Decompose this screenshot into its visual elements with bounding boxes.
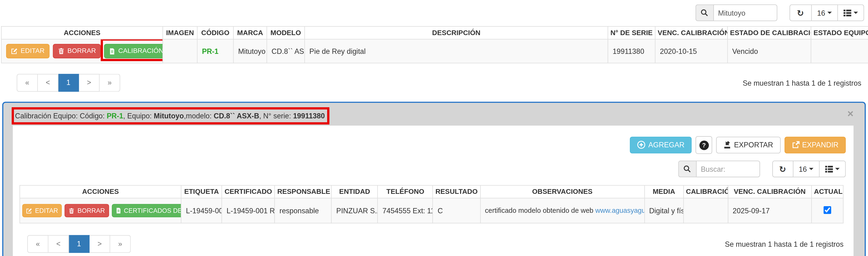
calibrations-table-row: EDITAR BORRAR CERTIFICADOS DE CALIBRACIÓ…: [20, 198, 843, 223]
close-icon[interactable]: ×: [847, 108, 854, 119]
pagination-page-1-button[interactable]: 1: [69, 235, 90, 253]
marca-cell: Mitutoyo: [234, 39, 267, 63]
top-search-input[interactable]: [713, 4, 777, 21]
pagination-next-button[interactable]: >: [90, 235, 110, 253]
calibration-file-icon: [109, 47, 116, 54]
expand-icon: [792, 141, 799, 149]
codigo-cell: PR-1: [197, 39, 233, 63]
venc-calibracion-cell: 2020-10-15: [655, 39, 727, 63]
column-header-responsable: RESPONSABLE: [275, 185, 332, 198]
panel-record-summary: Se muestran 1 hasta 1 de 1 registros: [725, 240, 843, 248]
resultado-cell: C: [433, 198, 480, 223]
telefono-cell: 7454555 Ext: 1143: [378, 198, 433, 223]
calibration-panel-header: Calibración Equipo: Código: PR-1, Equipo…: [3, 103, 865, 125]
equipment-table-header-row: ACCIONES IMAGEN CÓDIGO MARCA MODELO DESC…: [1, 26, 868, 39]
column-header-descripcion: DESCRIPCIÓN: [305, 26, 608, 39]
serie-cell: 19911380: [608, 39, 655, 63]
certificado-cell: L-19459-001 R0: [222, 198, 275, 223]
column-header-media: MEDIA: [645, 185, 683, 198]
columns-dropdown[interactable]: [838, 4, 864, 21]
title-modelo: CD.8`` ASX-B: [214, 112, 259, 120]
column-header-imagen: IMAGEN: [163, 26, 197, 39]
calibration-certificates-button-label: CERTIFICADOS DE CALIBRACIÓN: [124, 207, 181, 215]
equipment-table: ACCIONES IMAGEN CÓDIGO MARCA MODELO DESC…: [1, 26, 868, 63]
equipment-table-row: EDITAR BORRAR CALIBRACIÓN: [1, 39, 868, 63]
page: ↻ 16 ACCIONES IMAGEN CÓDIGO MARCA: [0, 0, 868, 256]
pagination-last-button[interactable]: »: [110, 235, 131, 253]
delete-button[interactable]: BORRAR: [65, 204, 109, 218]
top-pagination: « < 1 > »: [17, 74, 120, 92]
calibration-panel-body: AGREGAR ? EXPORTAR EXPANDIR: [13, 125, 854, 256]
add-button-label: AGREGAR: [648, 141, 684, 150]
search-button[interactable]: [695, 4, 713, 21]
calibration-file-icon: [116, 207, 121, 214]
pagination-next-button[interactable]: >: [79, 74, 100, 92]
imagen-cell: [163, 39, 197, 63]
actual-checkbox[interactable]: [823, 206, 831, 214]
edit-button[interactable]: EDITAR: [22, 204, 62, 218]
pagination-page-1-button[interactable]: 1: [58, 74, 79, 92]
pagination-first-button[interactable]: «: [27, 235, 49, 253]
top-toolbar: ↻ 16: [0, 0, 868, 26]
help-button[interactable]: ?: [695, 136, 712, 154]
estado-calibracion-cell: Vencido: [727, 39, 811, 63]
column-header-codigo: CÓDIGO: [197, 26, 233, 39]
export-icon: [723, 141, 731, 149]
media-cell: Digital y físico: [645, 198, 683, 223]
column-header-estado-calibracion: ESTADO DE CALIBRACIÓN: [727, 26, 811, 39]
title-equipo-label: , Equipo:: [123, 112, 154, 120]
delete-button-label: BORRAR: [67, 47, 96, 56]
edit-button[interactable]: EDITAR: [6, 44, 50, 58]
expand-button[interactable]: EXPANDIR: [784, 137, 846, 153]
calibration-panel-title: Calibración Equipo: Código: PR-1, Equipo…: [15, 112, 325, 120]
pagination-last-button[interactable]: »: [99, 74, 120, 92]
column-header-actual: ACTUAL: [811, 185, 843, 198]
pagination-first-button[interactable]: «: [17, 74, 38, 92]
observaciones-text: certificado modelo obtenido de web: [485, 207, 595, 215]
refresh-icon: ↻: [779, 164, 786, 173]
modelo-cell: CD.8`` ASX-B: [267, 39, 305, 63]
calibration-certificates-button[interactable]: CERTIFICADOS DE CALIBRACIÓN: [112, 204, 181, 218]
search-button[interactable]: [678, 160, 696, 177]
add-button[interactable]: AGREGAR: [630, 137, 692, 153]
export-button[interactable]: EXPORTAR: [716, 137, 780, 153]
delete-button[interactable]: BORRAR: [53, 44, 101, 58]
descripcion-cell: Pie de Rey digital: [305, 39, 608, 63]
pagination-prev-button[interactable]: <: [38, 74, 58, 92]
refresh-button[interactable]: ↻: [789, 4, 812, 21]
search-icon: [683, 165, 691, 173]
panel-search-input[interactable]: [696, 160, 760, 177]
edit-button-label: EDITAR: [35, 207, 58, 215]
refresh-icon: ↻: [797, 8, 804, 17]
top-pager-row: « < 1 > » Se muestran 1 hasta 1 de 1 reg…: [17, 74, 861, 92]
page-size-value: 16: [799, 164, 807, 173]
columns-icon: [843, 9, 851, 16]
caret-down-icon: [854, 12, 858, 14]
export-button-label: EXPORTAR: [734, 141, 773, 150]
column-header-observaciones: OBSERVACIONES: [480, 185, 644, 198]
columns-dropdown[interactable]: [819, 160, 846, 177]
trash-icon: [58, 48, 65, 54]
edit-icon: [26, 208, 32, 214]
entidad-cell: PINZUAR S.A.S.: [332, 198, 378, 223]
question-icon: ?: [699, 140, 709, 150]
page-size-dropdown[interactable]: 16: [793, 160, 819, 177]
column-header-acciones: ACCIONES: [20, 185, 181, 198]
actual-cell: [811, 198, 843, 223]
column-header-entidad: ENTIDAD: [332, 185, 378, 198]
refresh-button[interactable]: ↻: [772, 160, 793, 177]
page-size-dropdown[interactable]: 16: [811, 4, 838, 21]
pagination-prev-button[interactable]: <: [49, 235, 69, 253]
caret-down-icon: [835, 168, 840, 170]
delete-button-label: BORRAR: [78, 207, 105, 215]
title-serie: 19911380: [293, 112, 325, 120]
column-header-estado-equipo: ESTADO EQUIPO: [811, 26, 868, 39]
title-modelo-label: ,modelo:: [184, 112, 214, 120]
columns-icon: [825, 166, 833, 173]
observaciones-link[interactable]: www.aguasyaguas.com.co: [595, 207, 645, 215]
page-size-value: 16: [817, 8, 825, 17]
calibration-button[interactable]: CALIBRACIÓN: [104, 44, 163, 58]
trash-icon: [69, 208, 75, 214]
panel-table-controls: ↻ 16: [772, 160, 846, 177]
responsable-cell: responsable: [275, 198, 332, 223]
